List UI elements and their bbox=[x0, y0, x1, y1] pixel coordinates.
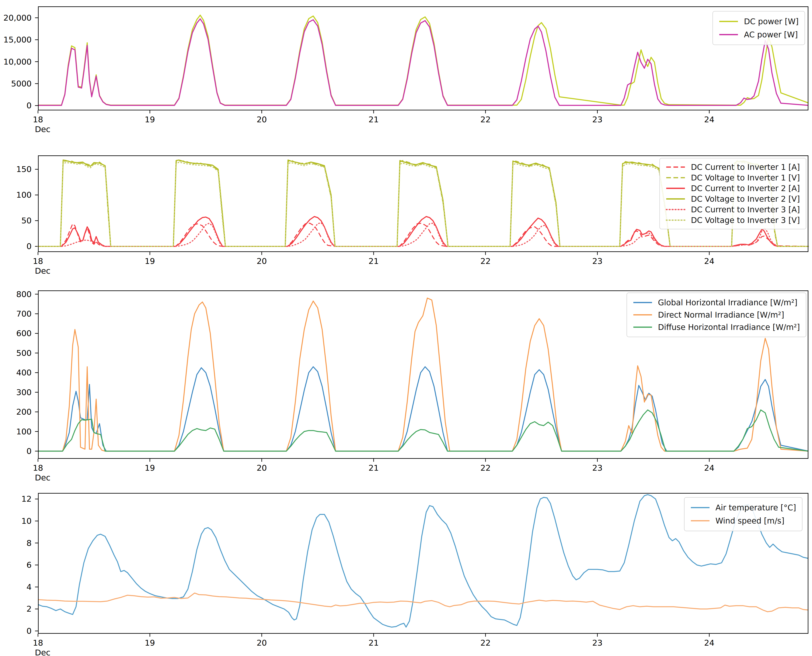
x-tick-label: 24 bbox=[704, 116, 715, 124]
y-tick-label: 5000 bbox=[0, 80, 32, 88]
legend-line-sample bbox=[666, 209, 685, 210]
y-tick-label: 0 bbox=[0, 102, 32, 110]
y-tick-label: 150 bbox=[0, 165, 32, 173]
legend-item: DC Current to Inverter 2 [A] bbox=[666, 183, 800, 193]
y-tick-label: 8 bbox=[0, 539, 32, 547]
legend-label: DC Current to Inverter 1 [A] bbox=[691, 162, 800, 172]
legend-label: Diffuse Horizontal Irradiance [W/m²] bbox=[658, 323, 800, 332]
legend-item: DC Voltage to Inverter 2 [V] bbox=[666, 193, 800, 204]
x-tick-label: 18 bbox=[33, 116, 43, 124]
y-tick-label: 800 bbox=[0, 290, 32, 298]
legend-item: DC Voltage to Inverter 1 [V] bbox=[666, 172, 800, 183]
legend-line-sample bbox=[633, 314, 653, 316]
month-label: Dec bbox=[35, 267, 51, 275]
legend-label: DC Current to Inverter 3 [A] bbox=[691, 205, 800, 214]
y-tick-label: 0 bbox=[0, 627, 32, 635]
x-tick-label: 23 bbox=[592, 639, 602, 647]
y-tick-label: 200 bbox=[0, 408, 32, 416]
y-tick-label: 12 bbox=[0, 495, 32, 503]
chart-dc-ac-power-legend: DC power [W]AC power [W] bbox=[713, 11, 805, 45]
legend-label: DC power [W] bbox=[744, 17, 799, 26]
y-tick-label: 0 bbox=[0, 242, 32, 250]
x-tick-label: 22 bbox=[480, 464, 491, 472]
legend-line-sample bbox=[719, 34, 738, 36]
legend-line-sample bbox=[690, 520, 710, 522]
y-tick-label: 15,000 bbox=[0, 36, 32, 44]
x-tick-label: 21 bbox=[369, 639, 379, 647]
legend-item: DC power [W] bbox=[719, 15, 799, 28]
legend-line-sample bbox=[633, 326, 653, 328]
x-tick-label: 22 bbox=[480, 257, 491, 265]
legend-line-sample bbox=[666, 187, 685, 189]
y-tick-label: 10 bbox=[0, 517, 32, 525]
legend-line-sample bbox=[666, 176, 685, 179]
month-label: Dec bbox=[35, 473, 51, 482]
legend-line-sample bbox=[666, 166, 685, 168]
legend-item: AC power [W] bbox=[719, 28, 799, 41]
y-tick-label: 700 bbox=[0, 310, 32, 318]
legend-item: Wind speed [m/s] bbox=[690, 514, 796, 528]
x-tick-label: 20 bbox=[256, 257, 267, 265]
chart-dc-ac-power-plot-area bbox=[38, 6, 808, 110]
legend-item: Air temperature [°C] bbox=[690, 501, 796, 514]
legend-item: DC Current to Inverter 1 [A] bbox=[666, 162, 800, 172]
legend-item: DC Current to Inverter 3 [A] bbox=[666, 204, 800, 215]
y-tick-label: 100 bbox=[0, 427, 32, 436]
legend-item: Global Horizontal Irradiance [W/m²] bbox=[633, 296, 800, 309]
chart-inverter-current-voltage-legend: DC Current to Inverter 1 [A]DC Voltage t… bbox=[659, 158, 806, 229]
y-tick-label: 10,000 bbox=[0, 58, 32, 66]
series-line-dc-power-w bbox=[38, 15, 808, 105]
y-tick-label: 4 bbox=[0, 583, 32, 591]
y-tick-label: 100 bbox=[0, 191, 32, 199]
x-tick-label: 21 bbox=[369, 257, 379, 265]
y-tick-label: 2 bbox=[0, 605, 32, 613]
legend-label: Wind speed [m/s] bbox=[715, 516, 784, 525]
legend-label: DC Voltage to Inverter 2 [V] bbox=[691, 195, 800, 204]
x-tick-label: 21 bbox=[369, 116, 379, 124]
x-tick-label: 20 bbox=[256, 464, 267, 472]
y-tick-label: 400 bbox=[0, 368, 32, 377]
x-tick-label: 22 bbox=[480, 639, 491, 647]
x-tick-label: 19 bbox=[145, 464, 155, 472]
y-tick-label: 500 bbox=[0, 349, 32, 357]
series-line-diffuse-horizontal-irradiance-w-m bbox=[38, 410, 808, 451]
series-line-wind-speed-m-s bbox=[38, 593, 808, 612]
x-tick-label: 20 bbox=[256, 116, 267, 124]
legend-label: Global Horizontal Irradiance [W/m²] bbox=[658, 298, 797, 307]
legend-label: AC power [W] bbox=[744, 30, 798, 39]
chart-irradiance-legend: Global Horizontal Irradiance [W/m²]Direc… bbox=[627, 292, 806, 337]
x-tick-label: 23 bbox=[592, 257, 602, 265]
x-tick-label: 18 bbox=[33, 464, 43, 472]
x-tick-label: 24 bbox=[704, 464, 715, 472]
month-label: Dec bbox=[35, 125, 51, 133]
y-tick-label: 6 bbox=[0, 561, 32, 569]
x-tick-label: 23 bbox=[592, 464, 602, 472]
legend-label: Air temperature [°C] bbox=[715, 503, 796, 512]
x-tick-label: 18 bbox=[33, 257, 43, 265]
legend-line-sample bbox=[690, 506, 710, 509]
legend-item: Direct Normal Irradiance [W/m²] bbox=[633, 309, 800, 321]
x-tick-label: 24 bbox=[704, 639, 715, 647]
legend-item: DC Voltage to Inverter 3 [V] bbox=[666, 215, 800, 226]
x-tick-label: 19 bbox=[145, 639, 155, 647]
legend-line-sample bbox=[666, 198, 685, 200]
legend-label: DC Voltage to Inverter 1 [V] bbox=[691, 173, 800, 183]
y-tick-label: 50 bbox=[0, 217, 32, 224]
x-tick-label: 18 bbox=[33, 639, 43, 647]
x-tick-label: 23 bbox=[592, 116, 602, 124]
series-line-ac-power-w bbox=[38, 19, 808, 105]
x-tick-label: 19 bbox=[145, 116, 155, 124]
legend-line-sample bbox=[666, 219, 685, 221]
legend-label: DC Voltage to Inverter 3 [V] bbox=[691, 216, 800, 225]
x-tick-label: 19 bbox=[145, 257, 155, 265]
legend-label: Direct Normal Irradiance [W/m²] bbox=[658, 310, 784, 320]
legend-line-sample bbox=[633, 302, 653, 303]
y-tick-label: 0 bbox=[0, 447, 32, 455]
legend-line-sample bbox=[719, 20, 738, 23]
x-tick-label: 22 bbox=[480, 116, 491, 124]
y-tick-label: 600 bbox=[0, 329, 32, 337]
legend-label: DC Current to Inverter 2 [A] bbox=[691, 184, 800, 193]
figure: 0500010,00015,00020,00018Dec192021222324… bbox=[0, 0, 812, 656]
series-line-global-horizontal-irradiance-w-m bbox=[38, 367, 808, 451]
x-tick-label: 20 bbox=[256, 639, 267, 647]
